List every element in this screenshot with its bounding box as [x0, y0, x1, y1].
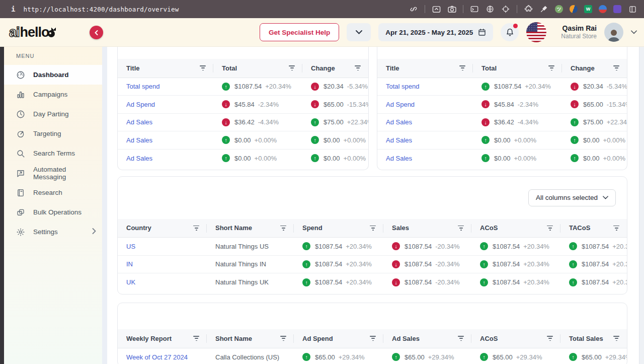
filter-icon[interactable]	[193, 224, 200, 232]
filter-icon[interactable]	[280, 334, 287, 342]
notification-badge	[513, 24, 518, 28]
globe-icon[interactable]	[486, 5, 495, 14]
eyedropper-icon[interactable]	[539, 5, 548, 14]
extension-wave-icon[interactable]	[599, 5, 607, 13]
column-label: Change	[311, 64, 335, 72]
sidebar-collapse-button[interactable]	[90, 26, 103, 39]
user-info: Qasim Rai Natural Store	[561, 24, 597, 41]
text-cell: Natural Things IN	[207, 255, 294, 273]
header-dropdown-button[interactable]	[347, 23, 371, 41]
bell-icon	[506, 28, 514, 37]
sidebar-item-research[interactable]: Research	[4, 183, 102, 202]
row-link[interactable]: Ad Spend	[126, 101, 155, 108]
crosshair-icon[interactable]	[501, 5, 510, 14]
trend-down-icon: ↓	[222, 100, 230, 108]
filter-icon[interactable]	[546, 224, 553, 232]
profile-chevron-down-icon[interactable]	[631, 30, 637, 34]
filter-icon[interactable]	[459, 64, 466, 72]
trend-up-icon: ↑	[311, 154, 319, 162]
filter-icon[interactable]	[369, 224, 376, 232]
row-link[interactable]: Ad Sales	[126, 136, 152, 144]
row-link[interactable]: US	[126, 243, 135, 250]
screen-share-icon[interactable]	[432, 5, 441, 14]
column-header-acos: ACoS	[471, 219, 560, 238]
notifications-button[interactable]	[501, 23, 519, 41]
filter-icon[interactable]	[369, 334, 376, 342]
trend-cell: ↓$45.84-2.34%	[213, 96, 302, 114]
split-view-icon[interactable]	[628, 5, 637, 14]
app-window-icon[interactable]	[470, 5, 479, 14]
filter-icon[interactable]	[193, 334, 200, 342]
trend-percent: +0.00%	[514, 136, 536, 144]
columns-select-button[interactable]: All columns selected	[528, 189, 616, 206]
filter-icon[interactable]	[457, 334, 464, 342]
scrollbar[interactable]	[639, 47, 644, 364]
trend-value: $0.00	[234, 155, 251, 162]
trend-down-icon: ↓	[392, 278, 400, 286]
trend-cell: ↓$20.34-5.34%	[562, 78, 627, 96]
sidebar-item-campaigns[interactable]: Campaigns	[4, 85, 102, 104]
trend-cell: ↑$1087.54+20.34%	[471, 273, 560, 292]
trend-up-icon: ↑	[480, 353, 488, 361]
row-link[interactable]: Total spend	[386, 83, 420, 90]
trend-cell: ↓$45.84-2.34%	[473, 96, 562, 114]
row-link[interactable]: Ad Spend	[386, 101, 415, 108]
column-label: Total Sales	[569, 335, 603, 342]
column-header-total: Total	[213, 59, 302, 78]
sidebar-item-label: Campaigns	[33, 91, 67, 98]
trend-value: $1087.54	[315, 278, 342, 286]
trend-value: $1087.54	[405, 278, 432, 286]
puzzle-icon[interactable]	[524, 5, 533, 14]
column-label: Ad Sales	[392, 335, 420, 342]
camera-icon[interactable]	[447, 5, 456, 14]
filter-icon[interactable]	[280, 224, 287, 232]
row-link[interactable]: Ad Sales	[126, 118, 152, 126]
row-link[interactable]: IN	[126, 260, 133, 268]
row-link[interactable]: Ad Sales	[126, 155, 152, 162]
filter-icon[interactable]	[548, 64, 555, 72]
row-link[interactable]: Total spend	[126, 83, 160, 90]
filter-icon[interactable]	[613, 334, 620, 342]
trend-value: $1087.54	[582, 260, 609, 268]
trend-value: $1087.54	[405, 260, 432, 268]
row-link[interactable]: Ad Sales	[386, 155, 412, 162]
filter-icon[interactable]	[546, 334, 553, 342]
column-label: ACoS	[480, 224, 498, 232]
row-link[interactable]: Ad Sales	[386, 118, 412, 126]
campaigns-icon	[16, 90, 25, 99]
filter-icon[interactable]	[288, 64, 295, 72]
sidebar-item-day-parting[interactable]: Day Parting	[4, 104, 102, 124]
extension-orange-blue-icon[interactable]	[570, 5, 578, 13]
row-link[interactable]: Week of Oct 27 2024	[126, 353, 188, 361]
trend-value: $65.00	[405, 353, 425, 361]
trend-value: $0.00	[324, 136, 340, 144]
trend-value: $36.42	[494, 118, 514, 126]
sidebar-item-dashboard[interactable]: Dashboard	[4, 65, 102, 85]
avatar[interactable]	[604, 23, 623, 42]
info-icon[interactable]: i	[11, 5, 15, 13]
sidebar-item-search-terms[interactable]: Search Terms	[4, 143, 102, 163]
column-label: Short Name	[215, 335, 252, 342]
sidebar-item-label: Research	[33, 189, 62, 196]
filter-icon[interactable]	[613, 64, 620, 72]
trend-up-icon: ↑	[302, 260, 310, 268]
sidebar-item-targeting[interactable]: Targeting	[4, 124, 102, 143]
sidebar-item-automated-messaging[interactable]: Automated Messaging	[4, 163, 102, 183]
filter-icon[interactable]	[613, 224, 620, 232]
filter-icon[interactable]	[354, 64, 361, 72]
get-specialist-help-button[interactable]: Get Specialist Help	[260, 23, 339, 41]
filter-icon[interactable]	[199, 64, 206, 72]
row-link[interactable]: UK	[126, 278, 135, 286]
extension-avatar-icon[interactable]: ツ	[555, 5, 563, 13]
row-link[interactable]: Ad Sales	[386, 136, 412, 144]
link-icon[interactable]	[409, 5, 418, 14]
trend-percent: -15.34%	[347, 101, 368, 108]
sidebar-item-settings[interactable]: Settings	[4, 222, 102, 242]
sidebar-item-bulk-operations[interactable]: Bulk Operations	[4, 202, 102, 222]
us-flag-icon[interactable]	[526, 22, 546, 42]
extension-wappalyzer-icon[interactable]: W	[584, 5, 592, 13]
filter-icon[interactable]	[457, 224, 464, 232]
url-bar[interactable]: http://localhost:4200/dashboard/overview	[23, 6, 179, 13]
date-range-picker[interactable]: Apr 21, 2025 - May 21, 2025	[378, 23, 493, 41]
extension-purple-icon[interactable]	[613, 5, 621, 13]
